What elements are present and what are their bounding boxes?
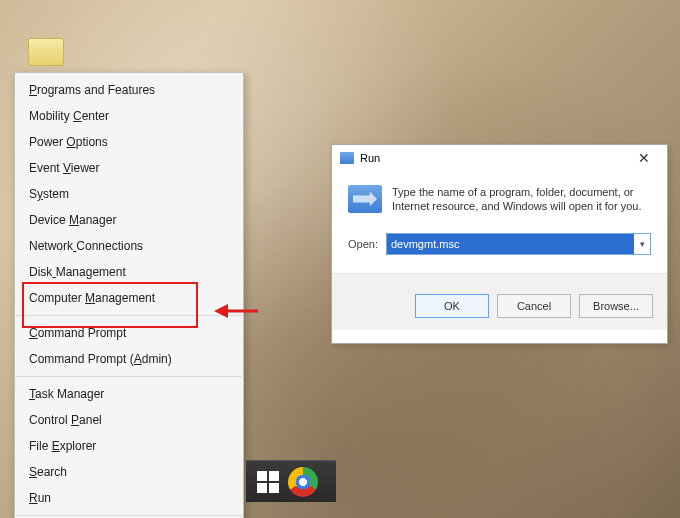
winx-item-label: Task Manager (29, 385, 104, 403)
winx-item-label: Programs and Features (29, 81, 155, 99)
winx-item-network-connections[interactable]: Network Connections (15, 233, 243, 259)
chevron-down-icon[interactable]: ▾ (634, 239, 650, 249)
winx-item-label: Disk Management (29, 263, 126, 281)
run-description: Type the name of a program, folder, docu… (392, 185, 651, 213)
winx-item-label: Computer Management (29, 289, 155, 307)
desktop-folder-icon[interactable] (28, 38, 64, 66)
winx-menu: Programs and FeaturesMobility CenterPowe… (14, 72, 244, 518)
winx-item-command-prompt[interactable]: Command Prompt (15, 320, 243, 346)
winx-item-control-panel[interactable]: Control Panel (15, 407, 243, 433)
winx-item-search[interactable]: Search (15, 459, 243, 485)
winx-item-label: Search (29, 463, 67, 481)
winx-item-label: Mobility Center (29, 107, 109, 125)
winx-item-device-manager[interactable]: Device Manager (15, 207, 243, 233)
cancel-button[interactable]: Cancel (497, 294, 571, 318)
menu-separator (16, 315, 242, 316)
start-button[interactable] (252, 466, 284, 498)
winx-item-task-manager[interactable]: Task Manager (15, 381, 243, 407)
winx-item-label: Network Connections (29, 237, 143, 255)
winx-item-label: File Explorer (29, 437, 96, 455)
run-dialog-icon (348, 185, 382, 213)
winx-item-command-prompt-admin[interactable]: Command Prompt (Admin) (15, 346, 243, 372)
open-label: Open: (348, 238, 378, 250)
menu-separator (16, 376, 242, 377)
run-titlebar: Run ✕ (332, 145, 667, 171)
open-input-value[interactable]: devmgmt.msc (387, 234, 634, 254)
close-button[interactable]: ✕ (625, 147, 663, 169)
browse-button[interactable]: Browse... (579, 294, 653, 318)
winx-item-power-options[interactable]: Power Options (15, 129, 243, 155)
windows-logo-icon (257, 471, 279, 493)
winx-item-mobility-center[interactable]: Mobility Center (15, 103, 243, 129)
winx-item-label: Control Panel (29, 411, 102, 429)
winx-item-label: Event Viewer (29, 159, 100, 177)
winx-item-file-explorer[interactable]: File Explorer (15, 433, 243, 459)
ok-button[interactable]: OK (415, 294, 489, 318)
taskbar (246, 460, 336, 502)
winx-item-label: Command Prompt (Admin) (29, 350, 172, 368)
winx-item-disk-management[interactable]: Disk Management (15, 259, 243, 285)
winx-item-label: Device Manager (29, 211, 116, 229)
winx-item-run[interactable]: Run (15, 485, 243, 511)
winx-item-programs-and-features[interactable]: Programs and Features (15, 77, 243, 103)
winx-item-computer-management[interactable]: Computer Management (15, 285, 243, 311)
chrome-taskbar-icon[interactable] (288, 467, 318, 497)
winx-item-label: Command Prompt (29, 324, 126, 342)
run-title-text: Run (360, 152, 380, 164)
run-title-icon (340, 152, 354, 164)
winx-item-label: Power Options (29, 133, 108, 151)
open-combobox[interactable]: devmgmt.msc ▾ (386, 233, 651, 255)
winx-item-label: System (29, 185, 69, 203)
winx-item-label: Run (29, 489, 51, 507)
winx-item-system[interactable]: System (15, 181, 243, 207)
winx-item-event-viewer[interactable]: Event Viewer (15, 155, 243, 181)
menu-separator (16, 515, 242, 516)
run-dialog: Run ✕ Type the name of a program, folder… (331, 144, 668, 344)
